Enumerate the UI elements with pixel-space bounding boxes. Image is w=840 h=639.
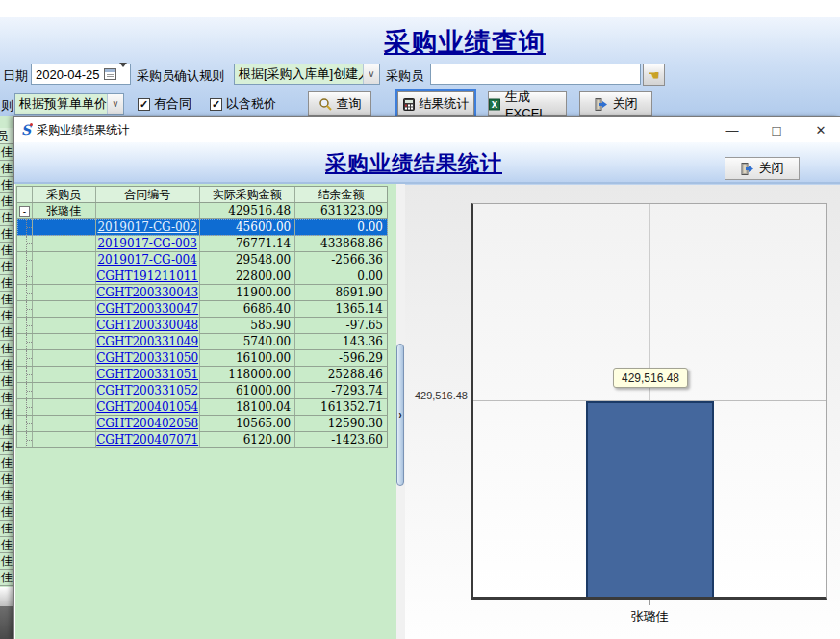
group-row[interactable]: - 张璐佳 429516.48 631323.09 [17,203,388,219]
price-rule-select[interactable]: 根据预算单单价 ∨ [14,93,124,115]
strip-row: 璐佳 [0,177,13,193]
has-contract-label: 有合同 [154,95,191,113]
table-row[interactable]: 2019017-CG-00245600.000.00 [17,219,388,236]
dialog-close-button[interactable]: 关闭 [725,157,800,180]
pointing-hand-icon: ☚ [648,67,660,83]
strip-row: 璐佳 [0,537,13,553]
tree-line [26,285,32,300]
contract-link[interactable]: CGHT200401054 [96,400,198,414]
tree-indent [17,252,33,268]
contract-link[interactable]: CGHT200331051 [96,368,198,381]
balance-cell: -1423.60 [295,432,388,447]
strip-row: 璐佳 [0,521,13,537]
stats-dialog: S 采购业绩结果统计 — □ ✕ 采购业绩结果统计 关闭 [13,116,840,639]
table-row[interactable]: CGHT20040105418100.04161352.71 [17,399,388,416]
x-tick-mark [649,600,650,605]
close-icon[interactable]: ✕ [811,123,830,138]
tree-line [26,318,32,333]
splitter-handle[interactable]: › [396,344,404,486]
table-row[interactable]: 2019017-CG-00376771.14433868.86 [17,236,388,252]
tree-line [26,416,32,431]
date-picker[interactable]: 2020-04-25 [31,64,131,85]
contract-link[interactable]: 2019017-CG-003 [97,237,196,250]
tree-line [26,252,32,268]
table-row[interactable]: CGHT20033105261000.00-7293.74 [17,383,388,399]
contract-link[interactable]: 2019017-CG-004 [97,253,196,267]
query-button[interactable]: 查询 [308,91,371,116]
table-row[interactable]: CGHT19121101122800.000.00 [17,268,388,285]
generate-excel-button[interactable]: X 生成EXCEL [488,91,567,116]
contract-link[interactable]: CGHT200407071 [96,433,198,447]
strip-row: 璐佳 [0,439,13,455]
result-stats-button[interactable]: 结果统计 [397,91,474,116]
close-query-label: 关闭 [613,95,638,113]
grid-header-row: 采购员 合同编号 实际采购金额 结余金额 [17,186,388,203]
bar[interactable] [586,401,714,597]
maximize-icon[interactable]: □ [767,122,786,139]
contract-link[interactable]: CGHT200330043 [96,286,198,299]
buyer-lookup-button[interactable]: ☚ [643,64,665,86]
table-row[interactable]: CGHT20033105016100.00-596.29 [17,350,388,367]
amount-cell: 16100.00 [200,350,296,366]
query-window-title: 采购业绩查询 [384,25,546,60]
plot-area [471,203,827,600]
tax-included-checkbox[interactable]: ✓ 以含税价 [210,95,276,113]
background-panel-edge [0,587,13,606]
app-icon: S [21,122,31,138]
tree-indent [17,350,33,366]
y-tick-label: 429,516.48 [405,390,468,401]
tree-line [26,383,32,398]
strip-row: 璐佳 [0,488,13,504]
calculator-icon [403,98,415,111]
strip-row: 璐佳 [0,455,13,472]
table-row[interactable]: CGHT200330048585.90-97.65 [17,318,388,334]
dialog-title: 采购业绩结果统计 [263,149,565,178]
tree-line [26,301,32,317]
checkmark-icon: ✓ [138,98,150,111]
contract-link[interactable]: CGHT191211011 [96,269,198,283]
contract-link[interactable]: CGHT200331052 [96,384,198,397]
close-query-button[interactable]: 关闭 [579,91,652,116]
tree-line [26,268,32,284]
tree-line [26,367,32,382]
dialog-close-label: 关闭 [759,160,784,177]
amount-cell: 29548.00 [200,252,296,268]
svg-text:X: X [492,99,498,109]
contract-link[interactable]: 2019017-CG-002 [97,220,196,234]
table-row[interactable]: CGHT2003300476686.401365.14 [17,301,388,318]
tree-indent [17,432,33,447]
chevron-down-icon[interactable]: ∨ [107,94,123,114]
contract-link[interactable]: CGHT200330048 [96,319,198,332]
background-grid-strip: 员璐佳璐佳璐佳璐佳璐佳璐佳璐佳璐佳璐佳璐佳璐佳璐佳璐佳璐佳璐佳璐佳璐佳璐佳璐佳璐… [0,116,13,639]
collapse-arrow-icon: › [399,408,402,422]
table-row[interactable]: CGHT20033004311900.008691.90 [17,285,388,301]
buyer-input[interactable] [430,64,641,85]
table-row[interactable]: CGHT200331051118000.0025288.46 [17,367,388,383]
tree-indent [17,416,33,431]
excel-icon: X [489,98,500,111]
table-row[interactable]: 2019017-CG-00429548.00-2566.36 [17,252,388,268]
contract-link[interactable]: CGHT200402058 [96,417,198,430]
result-stats-label: 结果统计 [420,95,470,113]
table-row[interactable]: CGHT20040205810565.0012590.30 [17,416,388,432]
contract-link[interactable]: CGHT200330047 [96,302,198,316]
table-row[interactable]: CGHT2003310495740.00143.36 [17,334,388,350]
balance-cell: 12590.30 [295,416,388,431]
collapse-icon[interactable]: - [19,206,30,217]
balance-cell: 0.00 [295,219,388,235]
dialog-titlebar[interactable]: S 采购业绩结果统计 — □ ✕ [14,117,840,142]
tree-line [26,432,32,447]
contract-link[interactable]: CGHT200331050 [96,351,198,365]
minimize-icon[interactable]: — [723,123,742,138]
amount-cell: 45600.00 [200,219,296,235]
table-row[interactable]: CGHT2004070716120.00-1423.60 [17,432,388,448]
chevron-down-icon[interactable]: ∨ [363,64,379,84]
confirm-rule-select[interactable]: 根据[采购入库单]创建人 ∨ [234,64,380,85]
grid-header-amount: 实际采购金额 [200,187,296,202]
balance-cell: -7293.74 [295,383,388,398]
tree-indent [17,334,33,349]
has-contract-checkbox[interactable]: ✓ 有合同 [138,95,191,113]
contract-link[interactable]: CGHT200331049 [96,335,198,348]
chevron-down-icon[interactable] [119,63,127,82]
date-value: 2020-04-25 [32,67,104,82]
